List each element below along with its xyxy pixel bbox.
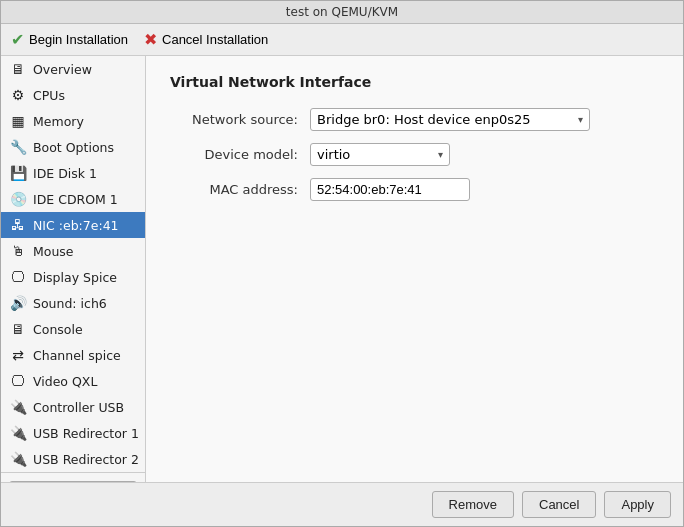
main-window: test on QEMU/KVM ✔ Begin Installation ✖ …: [0, 0, 684, 527]
sidebar-item-ide-cdrom-1[interactable]: 💿 IDE CDROM 1: [1, 186, 145, 212]
usb-redirector-2-icon: 🔌: [9, 450, 27, 468]
sidebar-item-sound-ich6[interactable]: 🔊 Sound: ich6: [1, 290, 145, 316]
video-qxl-icon: 🖵: [9, 372, 27, 390]
sidebar-label-cpus: CPUs: [33, 88, 65, 103]
controller-usb-icon: 🔌: [9, 398, 27, 416]
boot-options-icon: 🔧: [9, 138, 27, 156]
sidebar-item-controller-usb[interactable]: 🔌 Controller USB: [1, 394, 145, 420]
cancel-installation-label: Cancel Installation: [162, 32, 268, 47]
mac-address-row: MAC address:: [170, 178, 659, 201]
begin-installation-label: Begin Installation: [29, 32, 128, 47]
device-model-value: virtio: [317, 147, 350, 162]
sidebar-item-console[interactable]: 🖥 Console: [1, 316, 145, 342]
sidebar-label-channel-spice: Channel spice: [33, 348, 121, 363]
device-model-label: Device model:: [170, 147, 310, 162]
sidebar-item-ide-disk-1[interactable]: 💾 IDE Disk 1: [1, 160, 145, 186]
mac-address-input[interactable]: [310, 178, 470, 201]
sidebar-label-display-spice: Display Spice: [33, 270, 117, 285]
mac-address-label: MAC address:: [170, 182, 310, 197]
cancel-button[interactable]: Cancel: [522, 491, 596, 518]
sidebar-label-memory: Memory: [33, 114, 84, 129]
sidebar-label-controller-usb: Controller USB: [33, 400, 124, 415]
sidebar-label-usb-redirector-2: USB Redirector 2: [33, 452, 139, 467]
begin-installation-button[interactable]: ✔ Begin Installation: [11, 30, 128, 49]
sidebar: 🖥 Overview ⚙ CPUs ▦ Memory 🔧 Boot Option…: [1, 56, 146, 482]
sidebar-item-overview[interactable]: 🖥 Overview: [1, 56, 145, 82]
sidebar-label-sound: Sound: ich6: [33, 296, 107, 311]
check-icon: ✔: [11, 30, 24, 49]
display-spice-icon: 🖵: [9, 268, 27, 286]
sidebar-item-video-qxl[interactable]: 🖵 Video QXL: [1, 368, 145, 394]
console-icon: 🖥: [9, 320, 27, 338]
ide-cdrom-icon: 💿: [9, 190, 27, 208]
sidebar-label-overview: Overview: [33, 62, 92, 77]
sidebar-label-nic: NIC :eb:7e:41: [33, 218, 119, 233]
sidebar-label-ide-disk: IDE Disk 1: [33, 166, 97, 181]
toolbar: ✔ Begin Installation ✖ Cancel Installati…: [1, 24, 683, 56]
sidebar-label-video-qxl: Video QXL: [33, 374, 97, 389]
channel-spice-icon: ⇄: [9, 346, 27, 364]
network-source-label: Network source:: [170, 112, 310, 127]
cpus-icon: ⚙: [9, 86, 27, 104]
sidebar-item-usb-redirector-2[interactable]: 🔌 USB Redirector 2: [1, 446, 145, 472]
network-source-row: Network source: Bridge br0: Host device …: [170, 108, 659, 131]
bottom-bar: Remove Cancel Apply: [1, 482, 683, 526]
sidebar-label-ide-cdrom: IDE CDROM 1: [33, 192, 118, 207]
sidebar-item-nic[interactable]: 🖧 NIC :eb:7e:41: [1, 212, 145, 238]
network-source-dropdown-arrow: ▾: [578, 114, 583, 125]
sidebar-item-boot-options[interactable]: 🔧 Boot Options: [1, 134, 145, 160]
sidebar-label-usb-redirector-1: USB Redirector 1: [33, 426, 139, 441]
sound-icon: 🔊: [9, 294, 27, 312]
network-source-dropdown[interactable]: Bridge br0: Host device enp0s25 ▾: [310, 108, 590, 131]
usb-redirector-1-icon: 🔌: [9, 424, 27, 442]
sidebar-label-mouse: Mouse: [33, 244, 74, 259]
nic-icon: 🖧: [9, 216, 27, 234]
window-title: test on QEMU/KVM: [286, 5, 398, 19]
sidebar-item-mouse[interactable]: 🖱 Mouse: [1, 238, 145, 264]
detail-title: Virtual Network Interface: [170, 74, 659, 90]
remove-button[interactable]: Remove: [432, 491, 514, 518]
network-source-control: Bridge br0: Host device enp0s25 ▾: [310, 108, 590, 131]
sidebar-label-boot-options: Boot Options: [33, 140, 114, 155]
overview-icon: 🖥: [9, 60, 27, 78]
mac-address-control: [310, 178, 470, 201]
main-content: 🖥 Overview ⚙ CPUs ▦ Memory 🔧 Boot Option…: [1, 56, 683, 482]
sidebar-item-channel-spice[interactable]: ⇄ Channel spice: [1, 342, 145, 368]
network-source-value: Bridge br0: Host device enp0s25: [317, 112, 531, 127]
sidebar-item-usb-redirector-1[interactable]: 🔌 USB Redirector 1: [1, 420, 145, 446]
device-model-dropdown-arrow: ▾: [438, 149, 443, 160]
sidebar-item-display-spice[interactable]: 🖵 Display Spice: [1, 264, 145, 290]
cancel-installation-button[interactable]: ✖ Cancel Installation: [144, 30, 268, 49]
sidebar-item-memory[interactable]: ▦ Memory: [1, 108, 145, 134]
mouse-icon: 🖱: [9, 242, 27, 260]
ide-disk-icon: 💾: [9, 164, 27, 182]
sidebar-footer: Add Hardware: [1, 472, 145, 482]
device-model-dropdown[interactable]: virtio ▾: [310, 143, 450, 166]
detail-panel: Virtual Network Interface Network source…: [146, 56, 683, 482]
device-model-row: Device model: virtio ▾: [170, 143, 659, 166]
title-bar: test on QEMU/KVM: [1, 1, 683, 24]
cancel-icon: ✖: [144, 30, 157, 49]
sidebar-item-cpus[interactable]: ⚙ CPUs: [1, 82, 145, 108]
memory-icon: ▦: [9, 112, 27, 130]
device-model-control: virtio ▾: [310, 143, 450, 166]
apply-button[interactable]: Apply: [604, 491, 671, 518]
sidebar-label-console: Console: [33, 322, 83, 337]
